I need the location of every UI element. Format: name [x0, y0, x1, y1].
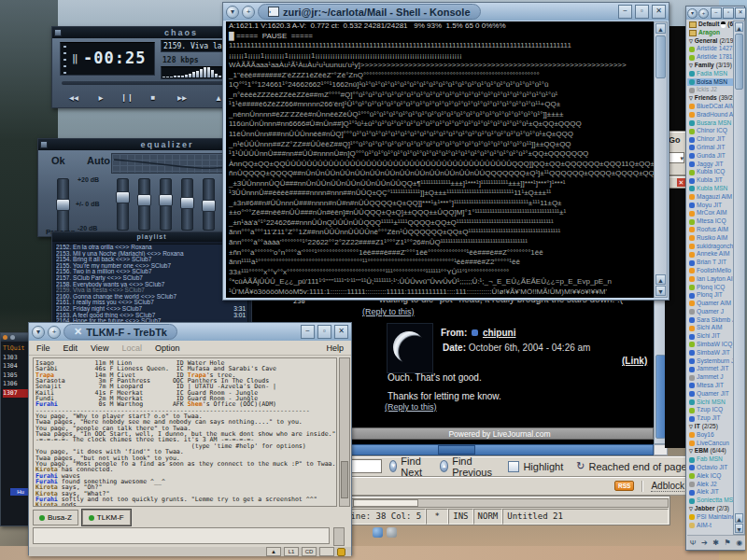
eq-band-slider-600[interactable]: [181, 178, 193, 231]
contact-group[interactable]: ▽Jabber(2/3): [687, 505, 733, 513]
contact-item[interactable]: Alek JIT: [687, 488, 733, 497]
contact-item[interactable]: FoolishMello: [687, 267, 733, 275]
reply-link[interactable]: (Reply to this): [362, 307, 415, 316]
time-display[interactable]: ‖ -00:25: [60, 42, 155, 76]
contact-item[interactable]: Chinor JIT: [687, 135, 733, 144]
contact-group[interactable]: ▽General(2/19): [687, 37, 733, 46]
contact-item[interactable]: PSI Maintainer: [687, 513, 733, 522]
contact-item[interactable]: Sichi JIT: [687, 332, 733, 341]
tray-icon-blue[interactable]: [373, 527, 383, 538]
contact-item[interactable]: Plonq JIT: [687, 291, 733, 300]
contact-item[interactable]: AIM-t: [687, 522, 733, 530]
eq-band-slider-60[interactable]: [117, 178, 129, 231]
eq-menu-button[interactable]: [40, 141, 48, 148]
menu-help[interactable]: Help: [326, 343, 344, 353]
gear-icon[interactable]: ✱: [712, 539, 719, 547]
contact-item[interactable]: Roofus AIM: [687, 226, 733, 234]
contact-item[interactable]: Fadia MSN: [687, 70, 733, 78]
contact-item[interactable]: Grimal JIT: [687, 144, 733, 152]
terminal-screen[interactable]: A:1621.1 V:1620.3 A-V: 0.772 ct: 0.532 2…: [226, 21, 654, 298]
find-previous-button[interactable]: ▴Find Previous: [440, 455, 496, 477]
contacts-scroll-up[interactable]: ▲: [735, 22, 743, 32]
konsole-minimize-button[interactable]: −: [618, 5, 632, 19]
menu-option[interactable]: Option: [155, 343, 180, 353]
flag-icon[interactable]: ⚑: [725, 539, 731, 547]
contact-item[interactable]: Plonq ICQ: [687, 284, 733, 292]
hscroll-thumb[interactable]: [353, 499, 418, 507]
contact-item[interactable]: Ickis J2: [687, 86, 733, 94]
mud-input-area[interactable]: [33, 527, 330, 544]
eq-band-slider-310[interactable]: [160, 178, 172, 231]
next-button[interactable]: ▸▸: [166, 92, 198, 103]
playlist-entry[interactable]: 2157. SClub Party <<>> SClub7: [56, 275, 247, 282]
author-link[interactable]: chipuni: [483, 328, 516, 338]
contact-item[interactable]: Jammet J: [687, 373, 733, 382]
playlist-entry[interactable]: 2161. I really miss you <<>> SClub7: [56, 300, 247, 306]
eq-band-thumb[interactable]: [137, 194, 151, 206]
contacts-scroll-down[interactable]: ▼: [735, 524, 743, 533]
konsole-maximize-button[interactable]: ▫: [635, 5, 649, 19]
mud-maximize-button[interactable]: ▫: [317, 325, 331, 339]
contacts-stick-button[interactable]: ▾: [687, 8, 698, 19]
contact-item[interactable]: Tzup ICQ: [687, 406, 733, 414]
contact-item[interactable]: Aristide 14278: [687, 45, 733, 53]
mud-input-scrollbar[interactable]: [333, 527, 345, 546]
eq-band-slider-1k[interactable]: [203, 178, 215, 231]
eq-on-button[interactable]: Ok: [51, 155, 65, 166]
playlist-entry[interactable]: 2158. Everybody wants ya <<>> SClub7: [56, 282, 247, 288]
status-box-▲[interactable]: ▲: [266, 547, 281, 556]
konsole-scroll-thumb[interactable]: [655, 35, 666, 78]
contact-item[interactable]: MrCox AIM: [687, 209, 733, 217]
eq-band-slider-170[interactable]: [138, 178, 150, 231]
eq-band-thumb[interactable]: [180, 197, 194, 209]
playlist-entry[interactable]: 2162. Friday night <<>> SClub73:31: [56, 306, 247, 313]
contact-group[interactable]: ▽EBM(6/44): [687, 447, 733, 455]
contact-group[interactable]: ▽Friends(39/232): [687, 94, 733, 103]
play-button[interactable]: ▸: [88, 92, 114, 103]
mini-shade-icon[interactable]: [10, 335, 15, 340]
playlist-entry[interactable]: 2155. You're my number one <<>> SClub7: [56, 263, 247, 270]
mud-vscrollbar[interactable]: [339, 357, 350, 507]
playlist-entry[interactable]: 2159. Viva la fiesta <<>> SClub7: [56, 287, 247, 294]
contact-item[interactable]: Quamer J: [687, 308, 733, 316]
filename-field[interactable]: Untitled 21: [502, 509, 669, 525]
menu-view[interactable]: View: [91, 343, 108, 353]
contacts-minimize-button[interactable]: −: [711, 7, 722, 19]
konsole-stick-button[interactable]: ▾: [226, 6, 239, 19]
contact-item[interactable]: Anneke AIM: [687, 250, 733, 259]
contact-item[interactable]: sukidragonch..: [687, 243, 733, 251]
comment-permalink[interactable]: (Link): [622, 356, 647, 366]
reply-link-2[interactable]: (Reply to this): [385, 402, 437, 412]
contacts-plus-button[interactable]: +: [698, 8, 709, 19]
signal-icon[interactable]: Ψ: [690, 539, 697, 547]
konsole-scrollbar[interactable]: ▲ ▲ ▼: [654, 21, 668, 298]
rss-badge[interactable]: RSS: [614, 481, 634, 491]
contact-item[interactable]: Octavio JIT: [687, 464, 733, 472]
contact-item[interactable]: LiveCancun: [687, 440, 733, 448]
contact-item[interactable]: Sichi MSN: [687, 399, 733, 407]
contact-item[interactable]: Ian Layton AIM: [687, 275, 733, 284]
contact-group[interactable]: ▽IT(2/25): [687, 423, 733, 431]
contact-item[interactable]: Alek J2: [687, 481, 733, 489]
contacts-close-button[interactable]: ✕: [735, 7, 746, 19]
contact-item[interactable]: Chinor ICQ: [687, 127, 733, 135]
contact-item[interactable]: Systemburn JIT: [687, 357, 733, 366]
highlight-button[interactable]: Highlight: [508, 461, 563, 472]
contact-item[interactable]: Moyu JIT: [687, 202, 733, 210]
find-next-button[interactable]: ▾Find Next: [389, 455, 427, 477]
contacts-scroll-up-2[interactable]: ▲: [735, 513, 743, 523]
contact-item[interactable]: Rusiko AIM: [687, 234, 733, 243]
eq-band-thumb[interactable]: [159, 194, 173, 206]
contact-item[interactable]: Sichi AIM: [687, 324, 733, 332]
contact-item[interactable]: Alek ICQ: [687, 472, 733, 481]
editor-hscrollbar[interactable]: ◂: [341, 498, 669, 508]
session-tab-busa-z[interactable]: Busa-Z: [33, 510, 78, 525]
contact-group[interactable]: Default(63: [687, 21, 733, 29]
contact-item[interactable]: Boisa MSN: [687, 78, 733, 87]
browser-hscroll-thumb[interactable]: [438, 445, 475, 455]
contact-item[interactable]: Kubla MSN: [687, 185, 733, 193]
go-button[interactable]: Go: [669, 135, 681, 145]
scroll-up-arrow[interactable]: ▲: [655, 23, 666, 34]
mud-stick-button[interactable]: ▾: [32, 326, 45, 339]
preamp-slider[interactable]: [57, 178, 69, 232]
